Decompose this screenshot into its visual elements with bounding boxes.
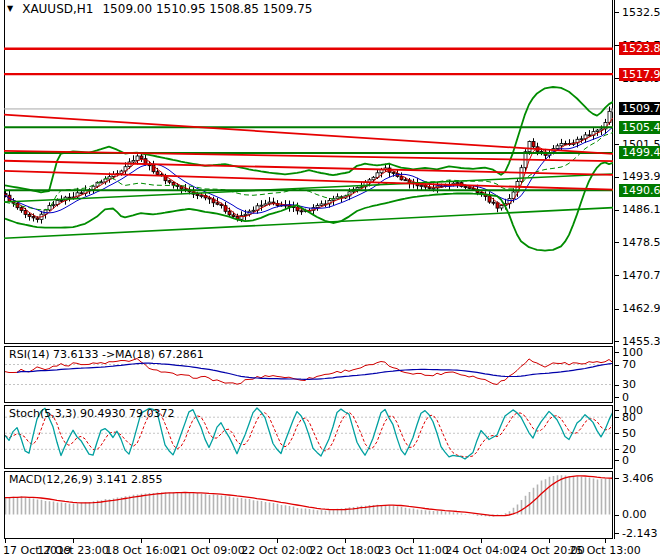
time-tick-mark — [549, 539, 550, 543]
price-badge: 1490.69 — [619, 184, 660, 197]
chart-title: ▼ XAUUSD,H1 1509.00 1510.95 1508.85 1509… — [7, 2, 312, 16]
rsi-label: RSI(14) 73.6133 ->MA(18) 67.2861 — [9, 348, 204, 361]
price-scale[interactable]: 1532.501524.701516.901501.501493.901486.… — [614, 0, 660, 539]
scale-tick-label: -2.143 — [622, 527, 657, 540]
time-tick-label: 25 Oct 13:00 — [569, 544, 641, 557]
ohlc-readout: 1509.00 1510.95 1508.85 1509.75 — [102, 2, 312, 16]
time-tick-mark — [481, 539, 482, 543]
scale-tick-label: 0 — [622, 454, 629, 467]
scale-tick-label: 0 — [622, 391, 629, 404]
price-badge: 1517.93 — [619, 68, 660, 81]
time-tick-label: 21 Oct 09:00 — [173, 544, 245, 557]
scale-tick-label: 1486.10 — [622, 203, 660, 216]
scale-tick-label: 1532.50 — [622, 6, 660, 19]
time-tick-mark — [5, 539, 6, 543]
symbol-dropdown-icon[interactable]: ▼ — [7, 3, 13, 15]
scale-tick-label: 1470.70 — [622, 269, 660, 282]
time-tick-label: 22 Oct 02:00 — [241, 544, 313, 557]
time-tick-mark — [277, 539, 278, 543]
price-badge: 1499.44 — [619, 146, 660, 159]
main-chart-pane[interactable] — [4, 0, 613, 344]
time-tick-label: 22 Oct 18:00 — [309, 544, 381, 557]
time-tick-mark — [209, 539, 210, 543]
scale-tick-label: 80 — [622, 411, 636, 424]
symbol-label: XAUUSD,H1 — [22, 2, 93, 16]
scale-tick-label: 50 — [622, 427, 636, 440]
macd-label: MACD(12,26,9) 3.141 2.855 — [9, 473, 163, 486]
stoch-label: Stoch(5,3,3) 90.4930 79.0372 — [9, 407, 175, 420]
time-tick-label: 18 Oct 16:00 — [105, 544, 177, 557]
time-tick-mark — [73, 539, 74, 543]
scale-tick-label: 1462.90 — [622, 302, 660, 315]
time-tick-mark — [345, 539, 346, 543]
time-tick-mark — [413, 539, 414, 543]
scale-tick-label: 3.406 — [622, 472, 654, 485]
scale-tick-label: 1493.90 — [622, 170, 660, 183]
price-badge: 1523.89 — [619, 42, 660, 55]
time-tick-label: 24 Oct 04:00 — [445, 544, 517, 557]
time-tick-mark — [141, 539, 142, 543]
scale-tick-label: 100 — [622, 346, 643, 359]
time-axis[interactable]: 17 Oct 201917 Oct 23:0018 Oct 16:0021 Oc… — [0, 539, 660, 560]
scale-tick-label: 1478.50 — [622, 236, 660, 249]
time-tick-label: 23 Oct 11:00 — [377, 544, 449, 557]
price-badge: 1509.75 — [619, 102, 660, 115]
scale-tick-label: 0.00 — [622, 508, 647, 521]
time-tick-mark — [605, 539, 606, 543]
time-tick-label: 17 Oct 23:00 — [37, 544, 109, 557]
price-badge: 1505.46 — [619, 121, 660, 134]
scale-tick-label: 30 — [622, 378, 636, 391]
chart-window: ▼ XAUUSD,H1 1509.00 1510.95 1508.85 1509… — [0, 0, 660, 560]
scale-separator — [614, 0, 615, 539]
scale-tick-label: 70 — [622, 358, 636, 371]
